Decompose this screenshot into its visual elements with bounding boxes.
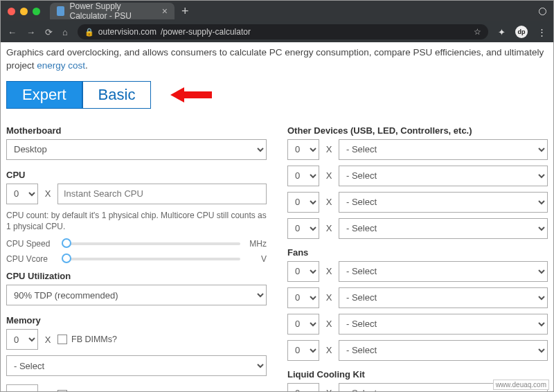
x-separator: X xyxy=(42,390,53,392)
memory-count-select-0[interactable]: 0 xyxy=(6,329,38,350)
extensions-icon[interactable]: ✦ xyxy=(498,27,506,37)
x-separator: X xyxy=(323,266,334,276)
x-separator: X xyxy=(323,319,334,329)
intro-suffix: . xyxy=(85,60,88,71)
other-select-0[interactable]: - Select xyxy=(339,139,548,160)
x-separator: X xyxy=(323,388,334,392)
window-controls xyxy=(8,8,40,15)
liquid-kit-count-0[interactable]: 0 xyxy=(287,383,319,392)
tab-favicon xyxy=(57,6,64,16)
cpu-util-select[interactable]: 90% TDP (recommended) xyxy=(6,285,267,305)
cpu-vcore-slider[interactable] xyxy=(62,258,240,260)
svg-marker-0 xyxy=(170,87,212,103)
left-column: Motherboard Desktop CPU 0 X CPU count: b… xyxy=(6,121,267,392)
fb-dimms-label-0: FB DIMMs? xyxy=(71,335,117,344)
window-expand-icon[interactable] xyxy=(539,8,546,15)
fb-dimms-checkbox-0[interactable] xyxy=(57,335,67,344)
tab-basic[interactable]: Basic xyxy=(82,81,152,109)
close-window-button[interactable] xyxy=(8,8,15,15)
cpu-speed-label: CPU Speed xyxy=(6,239,56,249)
other-select-1[interactable]: - Select xyxy=(339,166,548,186)
bookmark-star-icon[interactable]: ☆ xyxy=(474,27,481,37)
other-count-0[interactable]: 0 xyxy=(287,139,319,160)
address-bar[interactable]: 🔒 outervision.com/power-supply-calculato… xyxy=(78,24,488,39)
fan-count-3[interactable]: 0 xyxy=(287,340,319,361)
motherboard-label: Motherboard xyxy=(6,125,267,136)
x-separator: X xyxy=(323,292,334,303)
x-separator: X xyxy=(42,188,53,199)
menu-icon[interactable]: ⋮ xyxy=(537,27,546,37)
memory-label: Memory xyxy=(6,315,267,326)
fan-count-2[interactable]: 0 xyxy=(287,314,319,335)
page-content: Graphics card overclocking, and allows c… xyxy=(1,42,553,392)
fan-select-0[interactable]: - Select xyxy=(339,261,548,282)
maximize-window-button[interactable] xyxy=(33,8,40,15)
other-count-3[interactable]: 0 xyxy=(287,218,319,239)
fans-label: Fans xyxy=(287,247,548,258)
x-separator: X xyxy=(323,223,334,233)
watermark: www.deuaq.com xyxy=(493,380,549,390)
close-tab-icon[interactable]: × xyxy=(162,6,168,17)
back-button[interactable]: ← xyxy=(8,27,17,37)
other-count-2[interactable]: 0 xyxy=(287,192,319,213)
cpu-vcore-label: CPU Vcore xyxy=(6,254,56,264)
reload-button[interactable]: ⟳ xyxy=(45,27,53,37)
fan-count-1[interactable]: 0 xyxy=(287,287,319,308)
x-separator: X xyxy=(323,170,334,181)
fan-count-0[interactable]: 0 xyxy=(287,261,319,282)
intro-text: Graphics card overclocking, and allows c… xyxy=(6,45,548,77)
x-separator: X xyxy=(42,335,53,345)
cpu-note: CPU count: by default it's 1 physical ch… xyxy=(6,210,267,232)
profile-avatar[interactable]: dp xyxy=(515,26,528,38)
new-tab-button[interactable]: + xyxy=(181,4,189,19)
red-arrow-annotation xyxy=(170,86,212,104)
cpu-vcore-unit: V xyxy=(246,254,267,264)
home-button[interactable]: ⌂ xyxy=(62,27,68,37)
right-column: Other Devices (USB, LED, Controllers, et… xyxy=(287,121,548,392)
cpu-count-select[interactable]: 0 xyxy=(6,184,38,204)
tab-title: Power Supply Calculator - PSU xyxy=(70,1,157,21)
minimize-window-button[interactable] xyxy=(20,8,28,15)
other-select-3[interactable]: - Select xyxy=(339,218,548,239)
fan-select-1[interactable]: - Select xyxy=(339,287,548,308)
window-titlebar: Power Supply Calculator - PSU × + xyxy=(1,1,553,21)
cpu-util-label: CPU Utilization xyxy=(6,271,267,281)
x-separator: X xyxy=(323,345,334,355)
url-path: /power-supply-calculator xyxy=(161,27,251,37)
memory-count-select-1[interactable]: 0 xyxy=(6,384,38,392)
browser-tab[interactable]: Power Supply Calculator - PSU × xyxy=(50,3,175,19)
x-separator: X xyxy=(323,197,334,207)
fan-select-3[interactable]: - Select xyxy=(339,340,548,361)
cpu-search-input[interactable] xyxy=(57,184,267,204)
other-count-1[interactable]: 0 xyxy=(287,166,319,186)
liquid-kit-label: Liquid Cooling Kit xyxy=(287,369,548,380)
cpu-label: CPU xyxy=(6,170,267,180)
other-devices-label: Other Devices (USB, LED, Controllers, et… xyxy=(287,125,548,136)
motherboard-select[interactable]: Desktop xyxy=(6,139,267,160)
url-host: outervision.com xyxy=(98,27,157,37)
browser-toolbar: ← → ⟳ ⌂ 🔒 outervision.com/power-supply-c… xyxy=(1,21,553,42)
cpu-speed-slider[interactable] xyxy=(62,242,240,245)
fan-select-2[interactable]: - Select xyxy=(339,314,548,335)
other-select-2[interactable]: - Select xyxy=(339,192,548,213)
x-separator: X xyxy=(323,144,334,154)
tab-expert[interactable]: Expert xyxy=(6,81,82,109)
memory-select-0[interactable]: - Select xyxy=(6,355,267,376)
mode-tabs: Expert Basic xyxy=(6,81,548,109)
lock-icon: 🔒 xyxy=(84,28,94,37)
forward-button[interactable]: → xyxy=(26,27,35,37)
energy-cost-link[interactable]: energy cost xyxy=(37,60,85,71)
cpu-speed-unit: MHz xyxy=(246,239,267,249)
